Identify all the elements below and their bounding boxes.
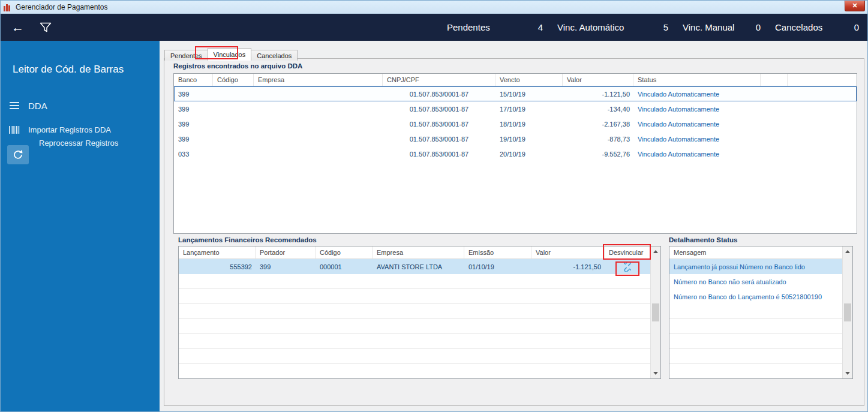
title-bar: Gerenciador de Pagamentos ✕ — [1, 1, 867, 14]
cell-vencto: 17/10/19 — [495, 106, 563, 113]
sidebar-title: Leitor de Cód. de Barras — [13, 64, 124, 76]
sidebar: Leitor de Cód. de Barras DDA Importar Re… — [1, 41, 160, 411]
barcode-icon — [1, 125, 28, 134]
counter-value: 0 — [854, 22, 859, 32]
vertical-scrollbar[interactable] — [842, 246, 852, 378]
filter-icon[interactable] — [40, 22, 52, 33]
scrollbar-thumb[interactable] — [652, 303, 659, 321]
cell-cnpj: 01.507.853/0001-87 — [383, 136, 495, 143]
table-row[interactable]: 399 01.507.853/0001-87 15/10/19 -1.121,5… — [174, 86, 857, 101]
sidebar-item-dda[interactable]: DDA — [1, 94, 160, 118]
scroll-down-button[interactable] — [651, 368, 660, 378]
back-arrow-icon[interactable]: ← — [11, 21, 24, 34]
cell-lancamento: 555392 — [179, 263, 256, 270]
tab-cancelados[interactable]: Cancelados — [251, 50, 298, 61]
status-counters: Pendentes 4 Vinc. Automático 5 Vinc. Man… — [447, 14, 859, 41]
table-row[interactable]: 555392 399 000001 AVANTI STORE LTDA 01/1… — [179, 259, 650, 274]
list-header: Mensagem — [669, 246, 842, 259]
lancamentos-table: Lançamento Portador Código Empresa Emiss… — [178, 246, 661, 379]
cell-status: Vinculado Automaticamente — [633, 91, 761, 98]
cell-banco: 399 — [174, 106, 213, 113]
column-header-vencto[interactable]: Vencto — [495, 74, 563, 86]
list-item[interactable]: Lançamento já possui Número no Banco lid… — [669, 259, 842, 274]
scrollbar-thumb[interactable] — [844, 303, 851, 321]
app-icon — [4, 3, 13, 11]
scroll-up-button[interactable] — [651, 246, 660, 257]
column-header-indicator[interactable] — [761, 74, 788, 86]
unlink-icon[interactable] — [622, 261, 633, 272]
column-header-portador[interactable]: Portador — [256, 246, 316, 258]
cell-valor: -134,40 — [563, 106, 633, 113]
table-header: Banco Código Empresa CNPJ/CPF Vencto Val… — [174, 74, 857, 86]
cell-vencto: 15/10/19 — [495, 91, 563, 98]
lancamentos-title: Lançamentos Financeiros Recomendados — [178, 236, 317, 243]
counter-cancelados[interactable]: Cancelados 0 — [775, 22, 859, 32]
table-row[interactable]: 033 01.507.853/0001-87 20/10/19 -9.552,7… — [174, 146, 857, 161]
top-toolbar: ← Pendentes 4 Vinc. Automático 5 Vinc. M… — [1, 14, 867, 41]
cell-banco: 399 — [174, 121, 213, 128]
column-header-valor[interactable]: Valor — [531, 246, 605, 258]
counter-vinc-manual[interactable]: Vinc. Manual 0 — [683, 22, 761, 32]
cell-cnpj: 01.507.853/0001-87 — [383, 121, 495, 128]
table-row[interactable]: 399 01.507.853/0001-87 18/10/19 -2.167,3… — [174, 116, 857, 131]
cell-codigo: 000001 — [316, 263, 373, 270]
close-button[interactable]: ✕ — [845, 1, 865, 11]
cell-valor: -1.121,50 — [531, 263, 605, 270]
cell-banco: 033 — [174, 151, 213, 158]
scrollbar-track[interactable] — [843, 257, 852, 368]
column-header-mensagem[interactable]: Mensagem — [669, 246, 842, 258]
sidebar-item-label: Importar Registros DDA — [28, 125, 111, 134]
scrollbar-track[interactable] — [651, 257, 660, 368]
counter-label: Vinc. Automático — [557, 22, 624, 32]
column-header-lancamento[interactable]: Lançamento — [179, 246, 256, 258]
empty-rows-area — [174, 161, 857, 233]
column-header-valor[interactable]: Valor — [563, 74, 633, 86]
cell-status: Vinculado Automaticamente — [633, 151, 761, 158]
cell-valor: -2.167,38 — [563, 121, 633, 128]
refresh-icon[interactable] — [7, 145, 29, 164]
column-header-empresa[interactable]: Empresa — [373, 246, 464, 258]
column-header-empresa[interactable]: Empresa — [254, 74, 383, 86]
scroll-up-button[interactable] — [843, 246, 852, 257]
cell-banco: 399 — [174, 136, 213, 143]
cell-vencto: 18/10/19 — [495, 121, 563, 128]
sidebar-item-label: Reprocessar Registros — [39, 139, 118, 148]
cell-vencto: 20/10/19 — [495, 151, 563, 158]
vertical-scrollbar[interactable] — [650, 246, 660, 378]
empty-rows-area — [179, 274, 650, 378]
cell-empresa: AVANTI STORE LTDA — [373, 263, 464, 270]
tab-pendentes[interactable]: Pendentes — [164, 50, 208, 61]
cell-banco: 399 — [174, 91, 213, 98]
main-content: Pendentes Vinculados Cancelados Registro… — [160, 41, 867, 411]
column-header-status[interactable]: Status — [633, 74, 761, 86]
window-title: Gerenciador de Pagamentos — [16, 3, 107, 11]
counter-label: Pendentes — [447, 22, 490, 32]
counter-pendentes[interactable]: Pendentes 4 — [447, 22, 543, 32]
column-header-codigo[interactable]: Código — [213, 74, 254, 86]
counter-vinc-automatico[interactable]: Vinc. Automático 5 — [557, 22, 668, 32]
column-header-desvincular[interactable]: Desvincular — [605, 246, 650, 258]
cell-valor: -1.121,50 — [563, 91, 633, 98]
list-item[interactable]: Número no Banco não será atualizado — [669, 274, 842, 289]
counter-value: 4 — [538, 22, 543, 32]
table-header: Lançamento Portador Código Empresa Emiss… — [179, 246, 650, 259]
sidebar-item-label: DDA — [28, 101, 47, 111]
list-item[interactable]: Número no Banco do Lançamento é 50521800… — [669, 289, 842, 304]
cell-valor: -878,73 — [563, 136, 633, 143]
cell-cnpj: 01.507.853/0001-87 — [383, 91, 495, 98]
tab-vinculados[interactable]: Vinculados — [208, 48, 252, 61]
scroll-down-button[interactable] — [843, 368, 852, 378]
table-row[interactable]: 399 01.507.853/0001-87 19/10/19 -878,73 … — [174, 131, 857, 146]
column-header-codigo[interactable]: Código — [316, 246, 373, 258]
message-text: Número no Banco do Lançamento é 50521800… — [669, 293, 842, 300]
cell-cnpj: 01.507.853/0001-87 — [383, 151, 495, 158]
dda-records-table: Banco Código Empresa CNPJ/CPF Vencto Val… — [173, 73, 857, 234]
cell-status: Vinculado Automaticamente — [633, 136, 761, 143]
column-header-banco[interactable]: Banco — [174, 74, 213, 86]
cell-vencto: 19/10/19 — [495, 136, 563, 143]
counter-value: 5 — [663, 22, 668, 32]
table-row[interactable]: 399 01.507.853/0001-87 17/10/19 -134,40 … — [174, 101, 857, 116]
column-header-cnpj-cpf[interactable]: CNPJ/CPF — [383, 74, 495, 86]
cell-emissao: 01/10/19 — [464, 263, 531, 270]
column-header-emissao[interactable]: Emissão — [464, 246, 531, 258]
